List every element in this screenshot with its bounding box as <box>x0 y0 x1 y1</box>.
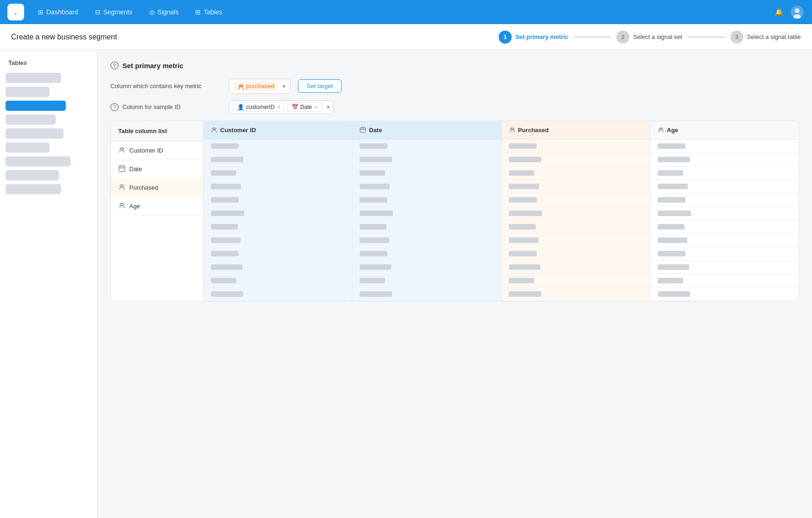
sample-id-row: ? Column for sample ID 👤 customerID × 📅 … <box>110 100 799 114</box>
svg-rect-19 <box>360 128 366 133</box>
table-row <box>203 166 352 180</box>
section-title: Set primary metric <box>122 62 184 70</box>
table-inner: Table column list Customer ID <box>111 121 799 301</box>
customer-id-cells <box>203 140 352 301</box>
table-row <box>352 193 501 207</box>
sidebar-item[interactable] <box>6 142 50 153</box>
table-row <box>352 261 501 274</box>
wizard-steps: 1 Set primary metric 2 Select a signal s… <box>499 31 801 44</box>
col-list-item-purchased[interactable]: Purchased <box>111 179 203 197</box>
nav-segments-label: Segments <box>103 8 133 16</box>
nav-tables[interactable]: ⊞ Tables <box>189 6 228 19</box>
table-row <box>650 180 799 193</box>
table-row <box>352 220 501 234</box>
customer-id-tag-close[interactable]: × <box>277 104 280 110</box>
table-row <box>650 166 799 180</box>
table-row <box>501 261 650 274</box>
table-row <box>501 234 650 247</box>
table-row <box>650 207 799 220</box>
table-row <box>501 274 650 288</box>
logo-icon: . <box>14 7 17 17</box>
sidebar: Tables <box>0 50 97 518</box>
step-3-label: Select a signal table <box>747 33 801 40</box>
col-header-date: Date <box>352 121 501 140</box>
svg-point-8 <box>123 148 124 149</box>
sidebar-title: Tables <box>6 59 91 66</box>
table-row <box>203 180 352 193</box>
step-1-circle: 1 <box>499 31 512 44</box>
svg-point-18 <box>215 128 216 129</box>
tag-date: 📅 Date × <box>287 102 322 112</box>
table-row <box>650 140 799 153</box>
table-row <box>352 247 501 261</box>
sidebar-item[interactable] <box>6 87 50 97</box>
sidebar-item[interactable] <box>6 156 70 166</box>
col-list-label-purchased: Purchased <box>129 184 158 191</box>
col-header-date-label: Date <box>369 127 382 134</box>
sidebar-item-selected[interactable] <box>6 101 66 111</box>
table-row <box>501 140 650 153</box>
col-list-item-customer-id[interactable]: Customer ID <box>111 141 203 160</box>
nav-signals-label: Signals <box>158 8 179 16</box>
sample-id-chevron-icon: ▾ <box>327 104 330 110</box>
table-row <box>501 207 650 220</box>
user-avatar[interactable] <box>790 5 805 19</box>
table-row <box>203 288 352 301</box>
table-row <box>650 261 799 274</box>
sidebar-item[interactable] <box>6 128 63 139</box>
sidebar-item[interactable] <box>6 170 59 180</box>
col-list-label-age: Age <box>129 203 140 210</box>
sidebar-item[interactable] <box>6 115 56 125</box>
set-target-button[interactable]: Set target <box>298 79 342 93</box>
tables-icon: ⊞ <box>195 8 201 16</box>
sample-id-help-icon[interactable]: ? <box>110 103 119 111</box>
svg-point-14 <box>120 204 121 205</box>
metric-tag: purchased <box>234 82 278 91</box>
step-1: 1 Set primary metric <box>499 31 568 44</box>
col-list-label-customer-id: Customer ID <box>129 147 163 154</box>
signals-icon: ◎ <box>149 8 155 16</box>
table-row <box>203 207 352 220</box>
col-person-icon-1 <box>118 146 126 155</box>
nav-segments[interactable]: ⊟ Segments <box>89 6 139 19</box>
nav-dashboard-label: Dashboard <box>46 8 78 16</box>
date-tag-close[interactable]: × <box>315 104 317 110</box>
data-col-customer-id: Customer ID <box>203 121 352 301</box>
content-area: ? Set primary metric Column which contai… <box>97 50 812 518</box>
metric-select[interactable]: purchased ▾ <box>229 79 291 94</box>
table-row <box>650 234 799 247</box>
nav-dashboard[interactable]: ⊞ Dashboard <box>32 6 85 19</box>
col-header-age-label: Age <box>667 127 679 134</box>
nav-signals[interactable]: ◎ Signals <box>143 6 185 19</box>
notification-icon[interactable]: 🔔 <box>771 5 786 19</box>
sidebar-item[interactable] <box>6 184 61 194</box>
age-cells <box>650 140 799 301</box>
svg-point-15 <box>123 204 124 205</box>
step-2: 2 Select a signal set <box>616 31 682 44</box>
svg-point-11 <box>120 185 121 186</box>
help-icon[interactable]: ? <box>110 61 119 70</box>
table-row <box>203 247 352 261</box>
table-row <box>352 288 501 301</box>
table-row <box>352 166 501 180</box>
date-tag-icon: 📅 <box>292 104 298 110</box>
metric-tag-icon <box>238 83 244 90</box>
table-row <box>650 153 799 166</box>
section-header: ? Set primary metric <box>110 61 799 70</box>
svg-point-17 <box>212 128 214 129</box>
svg-point-12 <box>123 185 124 186</box>
step-line-2 <box>688 37 725 38</box>
sidebar-item[interactable] <box>6 73 61 83</box>
col-list-item-age[interactable]: Age <box>111 197 203 216</box>
logo[interactable]: . <box>7 4 24 20</box>
col-list-header: Table column list <box>111 121 203 141</box>
step-3-circle: 3 <box>730 31 743 44</box>
step-line-1 <box>574 37 611 38</box>
col-header-customer-id-label: Customer ID <box>220 127 256 134</box>
table-row <box>501 153 650 166</box>
svg-point-7 <box>120 148 121 149</box>
col-list-item-date[interactable]: Date <box>111 160 203 179</box>
table-row <box>352 274 501 288</box>
sample-id-input[interactable]: 👤 customerID × 📅 Date × ▾ <box>229 100 334 114</box>
step-2-circle: 2 <box>616 31 629 44</box>
